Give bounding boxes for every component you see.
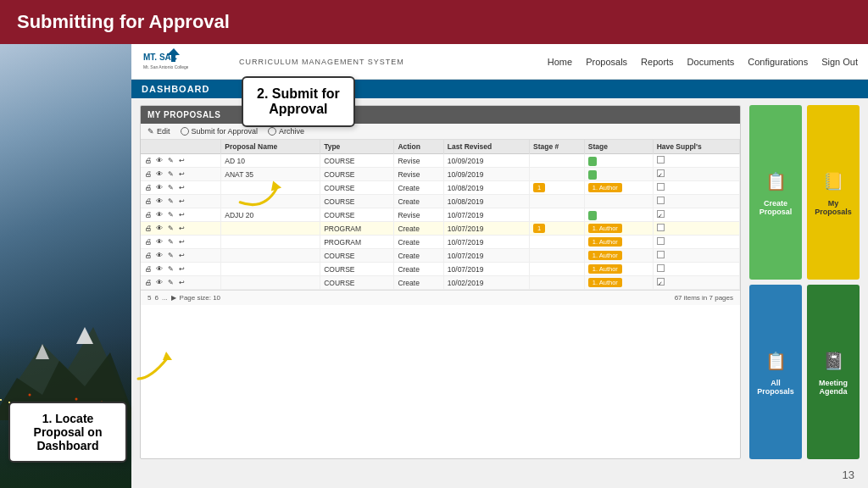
archive-button[interactable]: Archive [268, 127, 304, 136]
have-suppls [653, 208, 739, 222]
proposal-type: COURSE [320, 195, 394, 208]
proposal-name [221, 276, 320, 290]
table-row[interactable]: 🖨 👁 ✎ ↩ AD 10COURSERevise10/09/2019 [141, 154, 740, 168]
proposal-action: Create [394, 276, 443, 290]
last-revised: 10/07/2019 [443, 249, 529, 263]
pencil-icon[interactable]: ✎ [166, 265, 175, 274]
pencil-icon[interactable]: ✎ [166, 197, 175, 206]
edit-button[interactable]: ✎Edit [147, 127, 170, 136]
my-proposals-button[interactable]: 📒 My Proposals [807, 105, 860, 280]
proposals-table: Proposal Name Type Action Last Revised S… [141, 140, 740, 290]
last-revised: 10/08/2019 [443, 181, 529, 195]
eye-icon[interactable]: 👁 [155, 279, 164, 287]
undo-icon[interactable]: ↩ [177, 238, 186, 247]
cms-header: MT. SAC Mt. San Antonio College CURRICUL… [131, 44, 868, 80]
have-suppls [653, 263, 739, 276]
print-icon[interactable]: 🖨 [144, 197, 153, 206]
eye-icon[interactable]: 👁 [155, 238, 164, 247]
stage-label: 1. Author [584, 236, 653, 249]
pencil-icon[interactable]: ✎ [166, 184, 175, 192]
all-proposals-icon: 📋 [763, 348, 788, 374]
col-stage: Stage [584, 140, 653, 154]
pencil-icon[interactable]: ✎ [166, 157, 175, 165]
meeting-agenda-button[interactable]: 📓 Meeting Agenda [807, 285, 860, 459]
proposals-panel: MY PROPOSALS ✎Edit Submit for Approval A… [140, 105, 741, 459]
undo-icon[interactable]: ↩ [177, 279, 186, 287]
table-row[interactable]: 🖨 👁 ✎ ↩ ADJU 20COURSERevise10/07/2019 [141, 208, 740, 222]
undo-icon[interactable]: ↩ [177, 211, 186, 219]
table-row[interactable]: 🖨 👁 ✎ ↩ ANAT 35COURSERevise10/09/2019 [141, 168, 740, 181]
proposal-action: Create [394, 236, 443, 249]
nav-proposals[interactable]: Proposals [586, 57, 627, 67]
last-revised: 10/08/2019 [443, 195, 529, 208]
print-icon[interactable]: 🖨 [144, 157, 153, 165]
svg-rect-18 [142, 47, 188, 77]
panel-header: MY PROPOSALS [141, 106, 740, 124]
print-icon[interactable]: 🖨 [144, 238, 153, 247]
undo-icon[interactable]: ↩ [177, 197, 186, 206]
mtsac-logo-svg: MT. SAC Mt. San Antonio College [142, 47, 188, 77]
eye-icon[interactable]: 👁 [155, 197, 164, 206]
all-proposals-button[interactable]: 📋 All Proposals [749, 285, 802, 459]
table-footer: 56...▶ Page size: 10 67 items in 7 pages [141, 290, 740, 305]
submit-approval-button[interactable]: Submit for Approval [181, 127, 259, 136]
table-row[interactable]: 🖨 👁 ✎ ↩ COURSECreate10/07/20191. Author [141, 263, 740, 276]
eye-icon[interactable]: 👁 [155, 225, 164, 233]
nav-documents[interactable]: Documents [687, 57, 735, 67]
have-suppls [653, 249, 739, 263]
last-revised: 10/09/2019 [443, 154, 529, 168]
last-revised: 10/07/2019 [443, 263, 529, 276]
meeting-agenda-icon: 📓 [821, 348, 846, 374]
have-suppls [653, 181, 739, 195]
eye-icon[interactable]: 👁 [155, 184, 164, 192]
print-icon[interactable]: 🖨 [144, 252, 153, 260]
table-row[interactable]: 🖨 👁 ✎ ↩ PROGRAMCreate10/07/201911. Autho… [141, 222, 740, 236]
print-icon[interactable]: 🖨 [144, 211, 153, 219]
pencil-icon[interactable]: ✎ [166, 252, 175, 260]
print-icon[interactable]: 🖨 [144, 279, 153, 287]
pencil-icon[interactable]: ✎ [166, 211, 175, 219]
undo-icon[interactable]: ↩ [177, 265, 186, 274]
undo-icon[interactable]: ↩ [177, 184, 186, 192]
eye-icon[interactable]: 👁 [155, 265, 164, 274]
stage-label: 1. Author [584, 249, 653, 263]
col-have-suppls: Have Suppl's [653, 140, 739, 154]
proposal-name [221, 222, 320, 236]
stage-number [530, 263, 585, 276]
pencil-icon[interactable]: ✎ [166, 225, 175, 233]
print-icon[interactable]: 🖨 [144, 184, 153, 192]
proposal-type: COURSE [320, 154, 394, 168]
eye-icon[interactable]: 👁 [155, 252, 164, 260]
nav-configurations[interactable]: Configurations [748, 57, 808, 67]
page-number: 13 [843, 469, 854, 481]
eye-icon[interactable]: 👁 [155, 211, 164, 219]
pencil-icon[interactable]: ✎ [166, 170, 175, 179]
proposal-action: Create [394, 263, 443, 276]
print-icon[interactable]: 🖨 [144, 265, 153, 274]
table-row[interactable]: 🖨 👁 ✎ ↩ PROGRAMCreate10/07/20191. Author [141, 236, 740, 249]
print-icon[interactable]: 🖨 [144, 225, 153, 233]
undo-icon[interactable]: ↩ [177, 170, 186, 179]
pencil-icon[interactable]: ✎ [166, 279, 175, 287]
eye-icon[interactable]: 👁 [155, 157, 164, 165]
table-row[interactable]: 🖨 👁 ✎ ↩ COURSECreate10/08/201911. Author [141, 181, 740, 195]
submit-callout: 2. Submit for Approval [242, 76, 355, 127]
col-last-revised: Last Revised [443, 140, 529, 154]
print-icon[interactable]: 🖨 [144, 170, 153, 179]
nav-sign-out[interactable]: Sign Out [821, 57, 858, 67]
nav-reports[interactable]: Reports [641, 57, 674, 67]
undo-icon[interactable]: ↩ [177, 157, 186, 165]
table-row[interactable]: 🖨 👁 ✎ ↩ COURSECreate10/07/20191. Author [141, 249, 740, 263]
table-row[interactable]: 🖨 👁 ✎ ↩ COURSECreate10/02/20191. Author [141, 276, 740, 290]
undo-icon[interactable]: ↩ [177, 225, 186, 233]
pagination[interactable]: 56...▶ Page size: 10 [147, 294, 220, 302]
nav-home[interactable]: Home [548, 57, 572, 67]
pencil-icon[interactable]: ✎ [166, 238, 175, 247]
svg-rect-4 [0, 399, 2, 401]
eye-icon[interactable]: 👁 [155, 170, 164, 179]
undo-icon[interactable]: ↩ [177, 252, 186, 260]
create-proposal-button[interactable]: 📋 Create Proposal [749, 105, 802, 280]
content-area: MY PROPOSALS ✎Edit Submit for Approval A… [131, 98, 868, 466]
proposal-type: COURSE [320, 276, 394, 290]
proposal-action: Create [394, 195, 443, 208]
